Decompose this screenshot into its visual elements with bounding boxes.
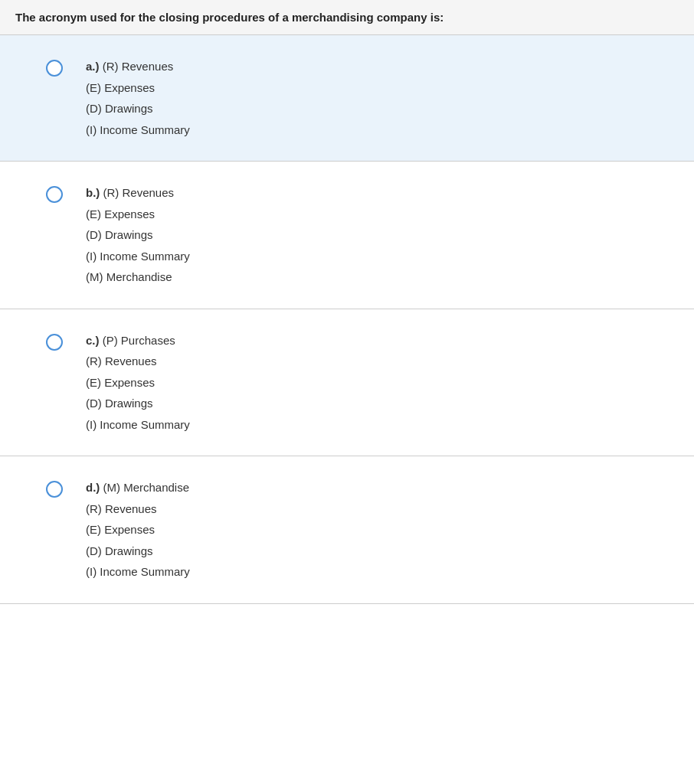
radio-d[interactable] bbox=[46, 481, 63, 498]
option-content-d: d.) (M) Merchandise(R) Revenues(E) Expen… bbox=[86, 478, 190, 582]
option-row-a[interactable]: a.) (R) Revenues(E) Expenses(D) Drawings… bbox=[0, 35, 694, 162]
option-item-a-2: (D) Drawings bbox=[86, 99, 190, 119]
option-item-b-4: (M) Merchandise bbox=[86, 267, 190, 287]
question-text: The acronym used for the closing procedu… bbox=[15, 11, 444, 24]
options-container: a.) (R) Revenues(E) Expenses(D) Drawings… bbox=[0, 35, 694, 604]
option-item-c-1: (R) Revenues bbox=[86, 351, 190, 371]
question-header: The acronym used for the closing procedu… bbox=[0, 0, 694, 35]
option-item-b-1: (E) Expenses bbox=[86, 204, 190, 224]
option-row-b[interactable]: b.) (R) Revenues(E) Expenses(D) Drawings… bbox=[0, 162, 694, 309]
option-item-d-2: (E) Expenses bbox=[86, 520, 190, 540]
option-row-c[interactable]: c.) (P) Purchases(R) Revenues(E) Expense… bbox=[0, 309, 694, 457]
option-item-b-2: (D) Drawings bbox=[86, 225, 190, 245]
option-label-d: d.) (M) Merchandise bbox=[86, 478, 190, 498]
option-row-d[interactable]: d.) (M) Merchandise(R) Revenues(E) Expen… bbox=[0, 456, 694, 604]
option-item-c-4: (I) Income Summary bbox=[86, 415, 190, 435]
option-label-b: b.) (R) Revenues bbox=[86, 183, 190, 203]
option-item-d-4: (I) Income Summary bbox=[86, 562, 190, 582]
option-item-a-1: (E) Expenses bbox=[86, 78, 190, 98]
option-item-a-3: (I) Income Summary bbox=[86, 120, 190, 140]
option-item-c-2: (E) Expenses bbox=[86, 373, 190, 393]
radio-c[interactable] bbox=[46, 334, 63, 351]
option-label-a: a.) (R) Revenues bbox=[86, 57, 190, 77]
radio-a[interactable] bbox=[46, 60, 63, 77]
option-content-b: b.) (R) Revenues(E) Expenses(D) Drawings… bbox=[86, 183, 190, 287]
option-item-b-3: (I) Income Summary bbox=[86, 247, 190, 266]
option-item-c-3: (D) Drawings bbox=[86, 394, 190, 413]
option-content-c: c.) (P) Purchases(R) Revenues(E) Expense… bbox=[86, 331, 190, 435]
option-item-d-1: (R) Revenues bbox=[86, 499, 190, 519]
option-content-a: a.) (R) Revenues(E) Expenses(D) Drawings… bbox=[86, 57, 190, 139]
radio-b[interactable] bbox=[46, 186, 63, 203]
option-label-c: c.) (P) Purchases bbox=[86, 331, 190, 351]
option-item-d-3: (D) Drawings bbox=[86, 541, 190, 561]
